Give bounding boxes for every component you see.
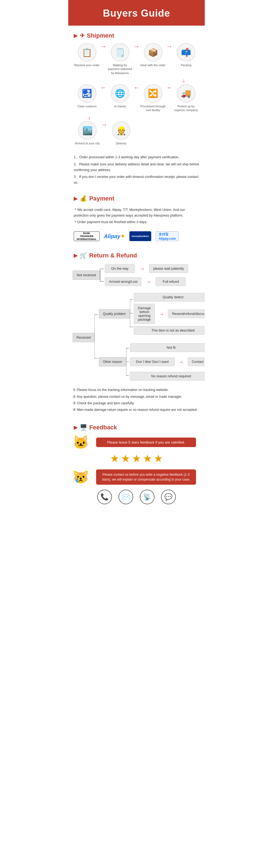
shipment-note-1: 1、Order processed within 1-3 working day… [74, 154, 199, 160]
other-branch-2: Don`t like/ Don`t want → Contact us [130, 358, 205, 366]
sad-emoji: 😿 [73, 470, 89, 484]
quality-problem-node: Quality problem [99, 309, 130, 318]
received-bracket [94, 293, 99, 382]
arrow-l2: ← [133, 84, 140, 99]
refund-note-3: ③ Check the package and item carefully. [73, 401, 200, 406]
phone-icon: 📞 [97, 490, 112, 504]
star-5: ★ [154, 453, 163, 465]
page-title: Buyers Guide [68, 8, 205, 19]
happy-emoji: 🐱 [73, 436, 89, 449]
stars-row: ★ ★ ★ ★ ★ [68, 453, 205, 465]
ship-step-3: 📦 Deal with the order [140, 43, 166, 71]
ship-circle-7: 🔀 [144, 84, 162, 103]
ship-step-2: 🗒️ Waiting for payment released by Aliex… [107, 43, 133, 75]
quality-bracket [130, 293, 134, 335]
ship-label-4: Packing [181, 63, 191, 71]
ship-circle-5: 🛃 [78, 84, 97, 103]
ship-label-10: Delivery [116, 142, 127, 149]
shipment-note-2: 2、Please make sure your delivery address… [74, 161, 199, 173]
alipay-logo: Alipay✦ [104, 231, 125, 241]
shipment-icon: ✈ [80, 32, 85, 39]
zhifubao-logo: 支付宝Alipay.com [156, 231, 179, 241]
wait-patiently-box: please wait patiently [149, 264, 188, 273]
not-fit-box: Not fit [130, 343, 205, 352]
arrived-wrong-lost-box: Arrived wrong/Lost [105, 277, 141, 286]
star-1: ★ [110, 453, 119, 465]
payment-arrow: ▶ [74, 196, 78, 202]
other-branch-3: No reason refund required [130, 372, 205, 381]
shipment-row-1: 📋 Receive your order → 🗒️ Waiting for pa… [74, 43, 199, 75]
ship-label-8: Picked up by express company [173, 104, 199, 112]
not-received-branch-1: On the way → please wait patiently [105, 264, 200, 273]
other-node-wrap: Other reason [99, 341, 126, 382]
not-received-branches: On the way → please wait patiently Arriv… [105, 263, 200, 287]
ship-label-7: Processed through sort facility [140, 104, 166, 112]
not-received-tree: Not received On the way → please wait pa… [73, 263, 200, 287]
payment-icon: 💰 [80, 195, 87, 202]
email-icon: ✉️ [118, 490, 133, 504]
ship-step-1: 📋 Receive your order [74, 43, 100, 71]
full-refund-box: Full refund [156, 277, 186, 286]
arrow-l3: ← [166, 84, 173, 99]
arrow-r4: → [101, 121, 108, 136]
contact-icons-row: 📞 ✉️ 📡 💬 [68, 490, 205, 504]
payment-notes: ＊We accept credit card, Alipay, T/T, Mon… [68, 206, 205, 229]
shipment-diagram: 📋 Receive your order → 🗒️ Waiting for pa… [68, 43, 205, 149]
feedback-section-title: ▶ 🖥️ Feedback [74, 424, 199, 431]
not-received-bracket-svg [100, 263, 105, 287]
positive-feedback-row: 🐱 Please leave 5 stars feedback if you a… [73, 435, 200, 450]
feedback-arrow: ▶ [74, 425, 78, 430]
no-reason-box: No reason refund required [130, 372, 205, 381]
not-received-branch-2: Arrived wrong/Lost → Full refund [105, 277, 200, 286]
shipment-row-3: 🏙️ Arrived at your city → 👷 Delivery [74, 121, 199, 149]
ship-label-6: In transit [114, 104, 126, 112]
feedback-title: Feedback [89, 424, 117, 431]
quality-branch-3: This item is not as described [134, 326, 205, 335]
other-branches: Not fit Don`t like/ Don`t want → Contact… [130, 341, 205, 382]
ship-step-9: 🏙️ Arrived at your city [74, 121, 101, 149]
branch-arrow-2: → [146, 279, 151, 285]
not-as-described-box: This item is not as described [134, 326, 205, 335]
ship-step-8: 🚚 Picked up by express company [173, 84, 199, 112]
shipment-note-3: 3、If you don`t receive your order with t… [74, 174, 199, 186]
other-reason-node: Other reason [99, 357, 126, 366]
arrow-down-right: ↓ [74, 78, 199, 83]
ship-label-1: Receive your order [74, 63, 100, 71]
other-result-arrow: → [179, 359, 184, 365]
ship-label-2: Waiting for payment released by Aliexpre… [107, 63, 133, 75]
payment-section-title: ▶ 💰 Payment [74, 195, 199, 202]
other-branch-1: Not fit [130, 343, 205, 352]
other-subtree: Other reason Not fit [99, 341, 205, 382]
feedback-icon: 🖥️ [80, 424, 87, 431]
ship-circle-3: 📦 [144, 43, 162, 62]
quality-subtree: Quality problem Quality defect [99, 293, 205, 335]
contact-us-box: Contact us [188, 358, 205, 366]
refund-note-1: ① Please focus on the tracking informati… [73, 387, 200, 393]
payment-logos: BANKTRANSFERINTERNATIONAL Alipay✦ moneyb… [68, 228, 205, 245]
quality-result-arrow: → [159, 311, 164, 317]
branch-arrow-1: → [139, 266, 145, 272]
shipment-row-2: 🛃 Clear customs ← 🌐 In transit ← 🔀 Proce… [74, 84, 199, 112]
ship-circle-8: 🚚 [177, 84, 195, 103]
not-received-connector [100, 263, 105, 287]
quality-branch-1: Quality defect [134, 293, 205, 302]
quality-bracket-svg [130, 293, 134, 334]
shipment-notes: 1、Order processed within 1-3 working day… [68, 152, 205, 188]
received-main: Received Quality problem [73, 293, 200, 382]
not-received-node: Not received [73, 271, 100, 280]
ship-label-5: Clear customs [77, 104, 97, 112]
dont-like-box: Don`t like/ Don`t want [130, 358, 175, 366]
quality-branch-2: Damage before opening package → Resend/r… [134, 304, 205, 324]
arrow-down-left: ↓ [74, 115, 199, 120]
not-received-node-wrap: Not received [73, 263, 100, 287]
resend-refund-box: Resend/refund/discount [168, 309, 205, 318]
payment-note-2: ＊Order payment must be finished within 3… [74, 219, 199, 225]
received-tree: Received Quality problem [73, 293, 200, 382]
ship-circle-6: 🌐 [111, 84, 129, 103]
received-node: Received [73, 333, 94, 342]
not-received-main: Not received On the way → please wait pa… [73, 263, 200, 287]
ship-circle-9: 🏙️ [78, 121, 97, 140]
bank-transfer-logo: BANKTRANSFERINTERNATIONAL [74, 231, 100, 241]
arrow-r2: → [133, 43, 140, 58]
refund-icon: 🛒 [80, 252, 87, 259]
